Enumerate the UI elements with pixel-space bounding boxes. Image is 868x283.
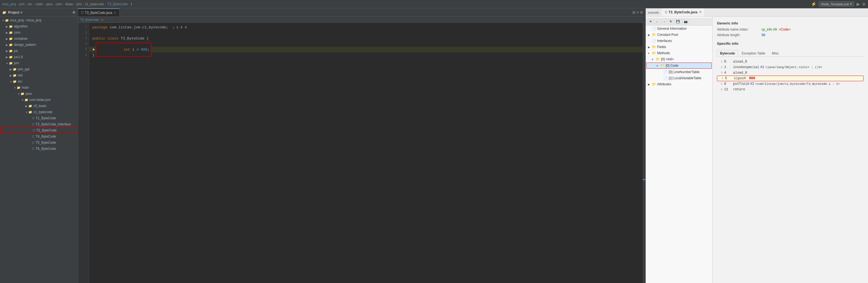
bc-tab-misc[interactable]: Misc [769,50,782,57]
line-num-6: 6 [78,52,89,58]
bc-java[interactable]: java [46,2,52,6]
sidebar-header: 📁 Project ▾ ⚙ [0,8,78,17]
jclass-item-label: Interfaces [657,39,672,43]
jclass-prev-btn[interactable]: ← [654,19,660,24]
sidebar-item-c1-bytecode[interactable]: ▾ 📁 c1_bytecode [0,109,78,115]
bc-main[interactable]: main [36,2,43,6]
jclass-item-label: [0] Code [666,64,678,68]
bc-row-5: 5 8 putfield #2 <com/listao/jvm/c1_bytec… [717,81,864,87]
settings2-icon[interactable]: ⚙ [640,10,643,14]
arrow-icon: ▶ [648,33,652,36]
folder-icon: 📁 [9,25,13,28]
bc-offset: 0 [724,60,731,64]
bc-rownum: 3 [717,71,722,74]
folder-icon: 📁 [9,62,13,65]
close-jclass-tab-icon[interactable]: ✕ [699,10,701,13]
line-num-4: 4 [78,41,89,47]
jclass-localvar[interactable]: 📄 [1] LocalVariableTable [646,75,712,81]
sidebar-item-main[interactable]: ▾ 📁 main [0,84,78,91]
bc-instruction: aload_0 [733,71,747,75]
jclass-item-label: [0] <init> [661,57,674,61]
bc-row-1: 1 0 aload_0 [717,59,864,65]
bc-c1bytecode[interactable]: c1_bytecode [85,2,104,6]
bc-project[interactable]: mca_proj [2,2,16,6]
bc-jvm2[interactable]: jvm [76,2,82,6]
bc-t3bytecode[interactable]: T3_ByteCode [107,2,127,6]
go-back-icon[interactable]: ⚡ [811,1,816,7]
jclasslib-panel: jclasslib: C T3_ByteCode.java ✕ ✕ ← → ↻ … [645,8,868,283]
jclass-item-label: General Information [657,27,687,31]
sidebar-item-com-listao-jvm[interactable]: ▾ 📁 com.listao.jvm [0,97,78,103]
editor-tab-t3bytecode[interactable]: C T3_ByteCode.java ✕ [78,8,120,16]
jclass-fields[interactable]: ▶ 📁 Fields [646,44,712,50]
tree-root[interactable]: ▾ 📁 mca_proj ~/mca_proj [0,17,78,23]
jclass-back-btn[interactable]: ✕ [648,19,653,24]
sidebar-item-t1bytecode[interactable]: ▶ C T1_ByteCode [0,115,78,121]
jclass-refresh-btn[interactable]: ↻ [668,19,674,24]
jclasslib-tree: ✕ ← → ↻ 💾 📷 📄 General Information ▶ 📁 Co [646,17,712,283]
tree-label: T5_ByteCode [36,141,56,145]
tree-label: T1_ByteCode [36,116,56,120]
arrow-icon: ▶ [5,49,9,52]
split-icon[interactable]: ⊞ [632,10,636,14]
spacer: ▶ [28,141,32,144]
sidebar-item-juc[interactable]: ▶ 📁 juc [0,48,78,54]
arrow-icon: ▾ [648,52,652,55]
folder-icon: 📁 [652,82,656,86]
jclass-save-btn[interactable]: 💾 [675,19,681,24]
bc-tab-bytecode[interactable]: Bytecode [717,50,738,57]
jclass-general-info[interactable]: 📄 General Information [646,26,712,32]
close-tab-icon[interactable]: ✕ [114,11,116,14]
sidebar-item-t6bytecode[interactable]: ▶ C T6_ByteCode [0,146,78,152]
jclass-code[interactable]: ▾ 📁 [0] Code [646,63,712,69]
sidebar-item-container[interactable]: ▶ 📁 container [0,36,78,42]
sidebar-item-src[interactable]: ▾ 📁 src [0,78,78,84]
spacer: ▶ [28,135,32,138]
folder-icon: 📁 [9,49,13,53]
sidebar-item-jvm[interactable]: ▾ 📁 jvm [0,60,78,66]
sidebar-gear-icon[interactable]: ⚙ [72,10,75,14]
sidebar-item-jvm-ppt[interactable]: ▶ 📁 jvm_ppt [0,66,78,72]
sidebar-item-t4bytecode[interactable]: ▶ C T4_ByteCode [0,134,78,140]
jclass-methods[interactable]: ▾ 📁 Methods [646,50,712,56]
folder-icon: 📁 [13,74,17,77]
sidebar-item-java[interactable]: ▾ 📁 java [0,91,78,97]
sidebar-item-algorithm[interactable]: ▶ 📁 algorithm [0,23,78,30]
cp-ref: cp_info #9 [762,28,777,31]
sidebar-item-c0-basic[interactable]: ▶ 📁 c0_basic [0,103,78,109]
code-area[interactable]: package com.listao.jvm.c1_bytecode; ⚠ 2 … [89,23,643,283]
jclasslib-tab-t3[interactable]: C T3_ByteCode.java ✕ [662,8,705,16]
sidebar-item-juc18[interactable]: ▶ 📁 juc1.8 [0,54,78,60]
bc-com[interactable]: com [56,2,62,6]
bc-field-i[interactable]: i [131,2,132,6]
attr-name-index-label: Attribute name index: [717,28,762,31]
sidebar-item-md[interactable]: ▶ 📁 md [0,72,78,78]
jclass-linenumber[interactable]: 📄 [0] LineNumberTable [646,69,712,75]
bc-listao[interactable]: listao [65,2,73,6]
run-button[interactable]: ▶ [857,1,860,7]
sidebar-item-com[interactable]: ▶ 📁 com [0,30,78,36]
bc-tab-exception[interactable]: Exception Table [739,50,768,57]
folder-icon: 📄 [663,70,668,74]
run-template-dropdown[interactable]: Redis_Template.pub ▾ [819,1,855,7]
sidebar-item-t3bytecode[interactable]: ▶ C T3_ByteCode [0,127,78,134]
tree-label: juc [14,49,18,53]
jclass-constant-pool[interactable]: ▶ 📁 Constant Pool [646,32,712,38]
jclass-init[interactable]: ▾ 📁 [0] <init> [646,56,712,62]
bc-src[interactable]: src [28,2,32,6]
sidebar-item-design-pattern[interactable]: ▶ 📁 design_pattern [0,42,78,48]
jclass-attributes[interactable]: ▶ 📁 Attributes [646,81,712,87]
tree-label: src [18,79,22,83]
jclass-interfaces[interactable]: 📄 Interfaces [646,38,712,44]
sidebar-item-t5bytecode[interactable]: ▶ C T5_ByteCode [0,140,78,146]
sort-icon[interactable]: ≡ [637,10,639,14]
jclass-next-btn[interactable]: → [661,19,667,24]
sidebar-item-t2bytecode[interactable]: ▶ C T2_ByteCode_Interface [0,121,78,127]
class-name: T3_ByteCode [121,36,145,41]
jclass-camera-btn[interactable]: 📷 [682,19,689,24]
spacer: ▶ [29,129,33,132]
bc-jvm[interactable]: jvm [19,2,25,6]
folder-icon: 📄 [652,27,656,31]
settings-icon[interactable]: ⚙ [862,2,866,6]
sidebar-tree: ▾ 📁 mca_proj ~/mca_proj ▶ 📁 algorithm ▶ … [0,17,78,283]
